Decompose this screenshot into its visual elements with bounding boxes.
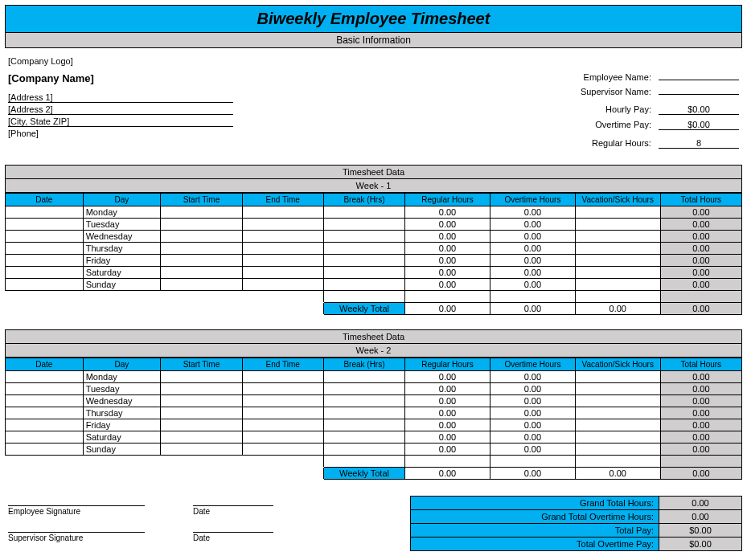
cell-vac[interactable]: [575, 407, 660, 419]
cell-break[interactable]: [323, 383, 404, 395]
cell-date[interactable]: [6, 267, 84, 279]
cell-vac[interactable]: [575, 219, 660, 231]
cell-vac[interactable]: [575, 206, 660, 219]
cell-date[interactable]: [6, 243, 84, 255]
cell-break[interactable]: [323, 206, 404, 219]
cell-end[interactable]: [242, 431, 323, 444]
cell-break[interactable]: [323, 243, 404, 255]
cell-vac[interactable]: [575, 243, 660, 255]
cell-start[interactable]: [161, 444, 242, 456]
cell-end[interactable]: [242, 219, 323, 231]
cell-day: Wednesday: [83, 231, 161, 243]
cell-end[interactable]: [242, 371, 323, 383]
overtime-pay-field[interactable]: $0.00: [659, 120, 739, 130]
cell-total: 0.00: [660, 243, 741, 255]
cell-date[interactable]: [6, 255, 84, 267]
cell-vac[interactable]: [575, 383, 660, 395]
cell-break[interactable]: [323, 219, 404, 231]
total-pay-label: Total Pay:: [411, 524, 659, 538]
supervisor-signature-date[interactable]: Date: [193, 532, 273, 542]
cell-break[interactable]: [323, 419, 404, 431]
cell-start[interactable]: [161, 231, 242, 243]
cell-date[interactable]: [6, 231, 84, 243]
cell-date[interactable]: [6, 219, 84, 231]
cell-vac[interactable]: [575, 255, 660, 267]
cell-vac[interactable]: [575, 267, 660, 279]
cell-start[interactable]: [161, 407, 242, 419]
cell-end[interactable]: [242, 243, 323, 255]
cell-start[interactable]: [161, 371, 242, 383]
cell-break[interactable]: [323, 407, 404, 419]
employee-signature-date[interactable]: Date: [193, 505, 273, 516]
cell-vac[interactable]: [575, 431, 660, 444]
cell-date[interactable]: [6, 206, 84, 219]
cell-start[interactable]: [161, 383, 242, 395]
cell-end[interactable]: [242, 444, 323, 456]
hourly-pay-field[interactable]: $0.00: [659, 104, 739, 115]
cell-break[interactable]: [323, 255, 404, 267]
total-pay-row: Total Pay: $0.00: [411, 524, 742, 538]
cell-start[interactable]: [161, 243, 242, 255]
city-state-zip[interactable]: [City, State ZIP]: [8, 116, 233, 127]
cell-end[interactable]: [242, 267, 323, 279]
address-2[interactable]: [Address 2]: [8, 104, 233, 115]
cell-end[interactable]: [242, 419, 323, 431]
cell-ot: 0.00: [490, 243, 575, 255]
cell-start[interactable]: [161, 395, 242, 407]
col-end: End Time: [242, 358, 323, 371]
cell-reg: 0.00: [405, 219, 490, 231]
regular-hours-field[interactable]: 8: [659, 138, 739, 149]
cell-ot: 0.00: [490, 267, 575, 279]
cell-break[interactable]: [323, 444, 404, 456]
cell-vac[interactable]: [575, 279, 660, 291]
cell-start[interactable]: [161, 267, 242, 279]
total-ot-pay-value: $0.00: [659, 538, 742, 551]
weekly-total-row: Weekly Total0.000.000.000.00: [6, 468, 742, 480]
cell-date[interactable]: [6, 407, 84, 419]
cell-end[interactable]: [242, 279, 323, 291]
cell-end[interactable]: [242, 255, 323, 267]
cell-break[interactable]: [323, 279, 404, 291]
cell-date[interactable]: [6, 279, 84, 291]
cell-start[interactable]: [161, 431, 242, 444]
cell-start[interactable]: [161, 219, 242, 231]
cell-date[interactable]: [6, 444, 84, 456]
cell-vac[interactable]: [575, 444, 660, 456]
supervisor-signature-line[interactable]: Supervisor Signature: [8, 532, 145, 542]
employee-info: Employee Name: Supervisor Name: Hourly P…: [410, 56, 739, 153]
col-end: End Time: [242, 194, 323, 206]
cell-reg: 0.00: [405, 444, 490, 456]
cell-date[interactable]: [6, 431, 84, 444]
cell-vac[interactable]: [575, 231, 660, 243]
cell-date[interactable]: [6, 419, 84, 431]
cell-date[interactable]: [6, 371, 84, 383]
cell-start[interactable]: [161, 419, 242, 431]
cell-start[interactable]: [161, 279, 242, 291]
cell-break[interactable]: [323, 267, 404, 279]
cell-end[interactable]: [242, 395, 323, 407]
cell-reg: 0.00: [405, 371, 490, 383]
cell-start[interactable]: [161, 255, 242, 267]
cell-total: 0.00: [660, 419, 741, 431]
cell-vac[interactable]: [575, 371, 660, 383]
employee-name-field[interactable]: [659, 80, 739, 80]
cell-date[interactable]: [6, 395, 84, 407]
table-row: Tuesday0.000.000.00: [6, 219, 742, 231]
cell-end[interactable]: [242, 383, 323, 395]
cell-vac[interactable]: [575, 395, 660, 407]
weekly-total-reg: 0.00: [405, 303, 490, 315]
cell-start[interactable]: [161, 206, 242, 219]
cell-end[interactable]: [242, 206, 323, 219]
cell-vac[interactable]: [575, 419, 660, 431]
cell-break[interactable]: [323, 231, 404, 243]
supervisor-name-field[interactable]: [659, 94, 739, 95]
cell-date[interactable]: [6, 383, 84, 395]
cell-break[interactable]: [323, 395, 404, 407]
cell-break[interactable]: [323, 431, 404, 444]
address-1[interactable]: [Address 1]: [8, 92, 233, 103]
cell-end[interactable]: [242, 407, 323, 419]
employee-signature-line[interactable]: Employee Signature: [8, 505, 145, 516]
grand-total-ot-label: Grand Total Overtime Hours:: [411, 510, 659, 524]
cell-break[interactable]: [323, 371, 404, 383]
cell-end[interactable]: [242, 231, 323, 243]
